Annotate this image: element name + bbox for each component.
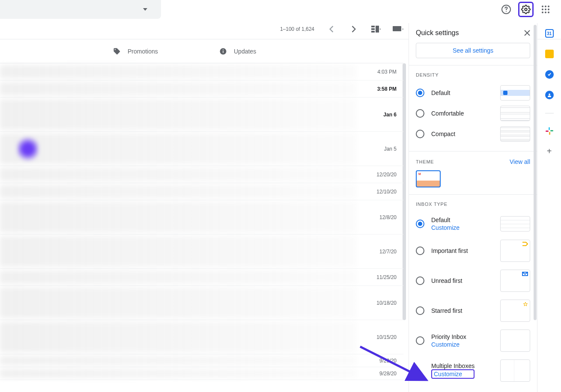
inbox-unread[interactable]: Unread first <box>416 266 530 296</box>
message-row[interactable]: 9/29/20 <box>0 354 403 367</box>
inbox-important-label: Important first <box>431 247 468 254</box>
radio-inbox-default[interactable] <box>416 220 424 228</box>
density-title: Density <box>416 72 530 77</box>
radio-density-comfortable[interactable] <box>416 109 424 118</box>
inbox-priority[interactable]: Priority Inbox Customize <box>416 326 530 356</box>
close-icon[interactable] <box>524 30 530 36</box>
qs-title: Quick settings <box>416 29 459 37</box>
help-icon[interactable] <box>498 1 515 18</box>
density-section: Density Default Comfortable Compact <box>409 65 537 151</box>
top-bar <box>0 0 561 19</box>
add-icon[interactable]: + <box>545 147 554 155</box>
tab-promotions[interactable]: Promotions <box>106 48 212 55</box>
top-icons <box>498 1 554 18</box>
svg-rect-13 <box>371 28 375 30</box>
calendar-icon[interactable]: 31 <box>545 29 554 38</box>
message-time: 12/10/20 <box>376 189 397 195</box>
message-content-blurred <box>0 202 356 232</box>
search-box[interactable] <box>0 0 161 19</box>
see-all-label: See all settings <box>453 47 493 54</box>
contacts-icon[interactable] <box>545 91 554 99</box>
inbox-default[interactable]: Default Customize <box>416 212 530 236</box>
radio-inbox-unread[interactable] <box>416 276 424 285</box>
message-row[interactable]: Jan 6 <box>0 98 403 132</box>
message-row[interactable]: 12/20/20 <box>0 166 403 183</box>
message-time: 10/15/20 <box>376 334 397 340</box>
tag-icon <box>113 48 121 55</box>
caret-down-icon[interactable] <box>143 8 147 11</box>
message-time: 4:03 PM <box>377 69 397 75</box>
pager-text: 1–100 of 1,624 <box>277 26 318 32</box>
message-row[interactable]: 12/7/20 <box>0 235 403 269</box>
message-row[interactable]: 10/18/20 <box>0 286 403 320</box>
category-tabs: Promotions Updates <box>0 39 403 63</box>
inbox-default-customize[interactable]: Customize <box>431 224 460 231</box>
inbox-default-label: Default <box>431 217 460 223</box>
svg-point-4 <box>545 6 546 7</box>
older-button[interactable] <box>345 21 362 38</box>
inbox-starred-preview <box>500 300 530 322</box>
theme-title: Theme View all <box>416 158 530 165</box>
density-compact-label: Compact <box>431 131 455 137</box>
radio-inbox-starred[interactable] <box>416 306 424 315</box>
svg-point-10 <box>545 12 546 13</box>
tab-updates[interactable]: Updates <box>212 48 319 55</box>
message-row[interactable]: 9/28/20 <box>0 367 403 380</box>
inbox-multiple-customize[interactable]: Customize <box>431 369 474 379</box>
split-pane-icon[interactable] <box>367 21 385 38</box>
density-comfortable[interactable]: Comfortable <box>416 103 530 124</box>
tasks-icon[interactable] <box>545 70 554 79</box>
message-row[interactable]: 4:03 PM <box>0 63 403 80</box>
see-all-settings-button[interactable]: See all settings <box>416 43 530 58</box>
message-row[interactable]: 11/25/20 <box>0 269 403 286</box>
newer-button[interactable] <box>323 21 340 38</box>
inbox-default-preview <box>500 216 530 232</box>
input-tools-icon[interactable] <box>390 21 407 38</box>
inbox-priority-customize[interactable]: Customize <box>431 341 466 348</box>
inbox-important[interactable]: Important first <box>416 236 530 266</box>
svg-rect-14 <box>371 31 375 33</box>
inbox-starred-label: Starred first <box>431 307 462 314</box>
inbox-multiple[interactable]: Multiple Inboxes Customize <box>416 356 530 386</box>
message-time: 3:58 PM <box>377 86 397 92</box>
svg-point-1 <box>506 11 507 12</box>
inbox-multiple-customize-text: Customize <box>434 371 462 377</box>
density-comfortable-label: Comfortable <box>431 110 464 117</box>
message-time: Jan 6 <box>383 112 397 118</box>
density-compact-preview <box>500 126 530 142</box>
slack-icon[interactable] <box>546 127 553 135</box>
keep-icon[interactable] <box>545 50 554 58</box>
apps-grid-icon[interactable] <box>537 1 554 18</box>
density-default-preview <box>500 85 530 101</box>
inbox-unread-label: Unread first <box>431 277 462 284</box>
message-time: 12/8/20 <box>379 214 397 220</box>
message-row[interactable]: Jan 5 <box>0 132 403 166</box>
svg-point-5 <box>548 6 549 7</box>
side-divider <box>545 113 554 113</box>
density-default[interactable]: Default <box>416 83 530 103</box>
theme-thumbnail[interactable] <box>416 170 441 187</box>
message-content-blurred <box>0 82 356 95</box>
quick-settings-panel: Quick settings See all settings Density … <box>409 23 537 392</box>
radio-inbox-priority[interactable] <box>416 336 424 345</box>
inbox-starred[interactable]: Starred first <box>416 296 530 326</box>
svg-point-21 <box>549 94 550 95</box>
radio-inbox-important[interactable] <box>416 246 424 255</box>
message-content-blurred <box>0 185 356 198</box>
radio-density-default[interactable] <box>416 89 424 97</box>
svg-point-9 <box>542 12 543 13</box>
message-row[interactable]: 12/10/20 <box>0 183 403 200</box>
message-row[interactable]: 12/8/20 <box>0 200 403 235</box>
settings-gear-icon[interactable] <box>518 2 534 17</box>
qs-scrollbar[interactable] <box>534 25 537 320</box>
message-content-blurred <box>0 168 356 181</box>
message-content-blurred <box>0 99 356 130</box>
theme-view-all[interactable]: View all <box>510 158 530 165</box>
inbox-priority-preview <box>500 330 530 352</box>
svg-rect-22 <box>549 127 550 130</box>
message-row[interactable]: 3:58 PM <box>0 80 403 98</box>
message-list: 4:03 PM3:58 PMJan 6Jan 512/20/2012/10/20… <box>0 63 403 380</box>
message-row[interactable]: 10/15/20 <box>0 320 403 354</box>
density-compact[interactable]: Compact <box>416 124 530 144</box>
radio-density-compact[interactable] <box>416 130 424 138</box>
